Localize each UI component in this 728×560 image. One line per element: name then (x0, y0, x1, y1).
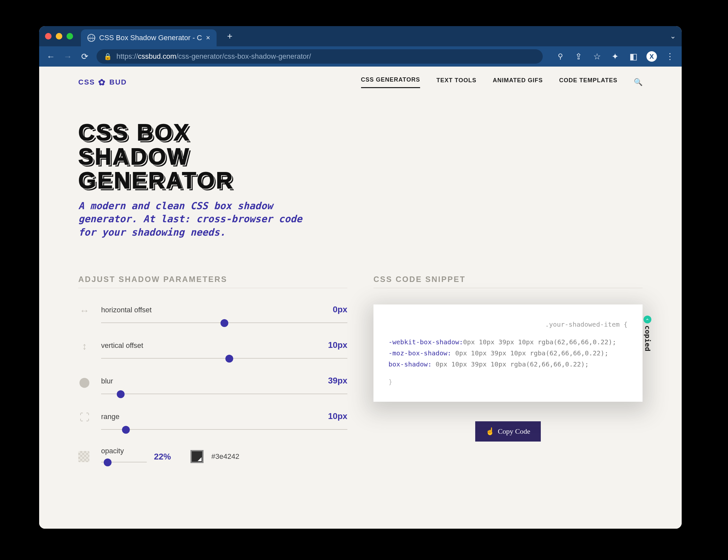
sidepanel-icon[interactable]: ◧ (628, 51, 639, 62)
url-scheme: https:// (116, 52, 138, 60)
param-label: range (101, 412, 119, 421)
globe-icon (87, 34, 95, 42)
profile-avatar[interactable]: X (646, 51, 657, 62)
color-picker[interactable] (191, 450, 204, 463)
url-host: cssbud.com (138, 52, 176, 60)
copied-label: copied (642, 325, 654, 351)
param-label: blur (101, 377, 113, 385)
search-icon[interactable]: 🔍 (634, 78, 643, 86)
param-value: 22% (154, 452, 183, 462)
range-icon: ⛶ (78, 411, 91, 424)
minimize-window-button[interactable] (56, 33, 62, 39)
horizontal-icon: ↔ (78, 304, 91, 317)
code-selector: .your-shadowed-item { (388, 319, 627, 330)
param-value: 0px (333, 304, 348, 315)
site-logo[interactable]: CSS ✿ BUD (78, 77, 127, 87)
vertical-slider[interactable] (101, 355, 348, 363)
nav-code-templates[interactable]: CODE TEMPLATES (559, 77, 617, 88)
close-window-button[interactable] (45, 33, 52, 39)
panels: ADJUST SHADOW PARAMETERS ↔ horizontal of… (39, 249, 682, 486)
browser-toolbar: ← → ⟳ 🔒 https://cssbud.com/css-generator… (39, 46, 682, 67)
horizontal-slider[interactable] (101, 319, 348, 327)
nav-items: CSS GENERATORS TEXT TOOLS ANIMATED GIFS … (361, 76, 643, 88)
page-content[interactable]: CSS ✿ BUD CSS GENERATORS TEXT TOOLS ANIM… (39, 67, 682, 529)
param-value: 10px (328, 340, 348, 350)
code-box: ‹ copied .your-shadowed-item { -webkit-b… (373, 304, 643, 402)
param-vertical: ↕ vertical offset 10px (78, 340, 348, 363)
copied-badge: ‹ copied (642, 316, 654, 351)
toolbar-right: ⚲ ⇪ ☆ ✦ ◧ X ⋮ (555, 51, 675, 62)
param-label: vertical offset (101, 341, 143, 350)
param-label: opacity (101, 447, 124, 455)
logo-text-post: BUD (109, 78, 127, 86)
vertical-icon: ↕ (78, 340, 91, 352)
snippet-panel: CSS CODE SNIPPET ‹ copied .your-shadowed… (373, 275, 643, 466)
zoom-icon[interactable]: ⚲ (555, 51, 565, 62)
new-tab-button[interactable]: + (227, 31, 232, 41)
nav-css-generators[interactable]: CSS GENERATORS (361, 76, 420, 88)
blur-slider[interactable] (101, 390, 348, 398)
address-bar[interactable]: 🔒 https://cssbud.com/css-generator/css-b… (97, 49, 543, 64)
params-panel: ADJUST SHADOW PARAMETERS ↔ horizontal of… (78, 275, 348, 466)
maximize-window-button[interactable] (67, 33, 73, 39)
param-value: 39px (328, 376, 348, 386)
site-nav: CSS ✿ BUD CSS GENERATORS TEXT TOOLS ANIM… (39, 67, 682, 98)
param-blur: ⬤ blur 39px (78, 376, 348, 398)
nav-animated-gifs[interactable]: ANIMATED GIFS (493, 77, 543, 88)
titlebar: CSS Box Shadow Generator - C × + ⌄ (39, 26, 682, 46)
close-tab-button[interactable]: × (206, 34, 210, 42)
code-line: box-shadow: 0px 10px 39px 10px rgba(62,6… (388, 359, 627, 370)
param-value: 10px (328, 411, 348, 421)
copy-button-label: Copy Code (498, 427, 530, 436)
logo-text-pre: CSS (78, 78, 95, 86)
browser-tab[interactable]: CSS Box Shadow Generator - C × (81, 29, 217, 46)
param-horizontal: ↔ horizontal offset 0px (78, 304, 348, 327)
blur-icon: ⬤ (78, 376, 91, 388)
param-label: horizontal offset (101, 306, 152, 314)
code-line: -webkit-box-shadow:0px 10px 39px 10px rg… (388, 336, 627, 348)
opacity-slider[interactable] (101, 459, 147, 466)
forward-button[interactable]: → (63, 51, 73, 62)
flower-icon: ✿ (98, 77, 106, 87)
back-button[interactable]: ← (46, 51, 56, 62)
extensions-icon[interactable]: ✦ (610, 51, 620, 62)
snippet-heading: CSS CODE SNIPPET (373, 275, 643, 288)
range-slider[interactable] (101, 426, 348, 434)
check-icon: ‹ (643, 316, 651, 323)
pointer-icon: ☝ (486, 427, 494, 436)
tabs-menu-button[interactable]: ⌄ (670, 32, 676, 40)
share-icon[interactable]: ⇪ (573, 51, 584, 62)
page-title: CSS BOX SHADOW GENERATOR (78, 121, 307, 193)
page-subtitle: A modern and clean CSS box shadow genera… (78, 199, 307, 239)
url-path: /css-generator/css-box-shadow-generator/ (176, 52, 311, 60)
hero: CSS BOX SHADOW GENERATOR A modern and cl… (39, 98, 346, 249)
param-opacity: opacity 22% #3e4242 (78, 447, 348, 466)
tab-title: CSS Box Shadow Generator - C (99, 34, 202, 42)
code-close: } (388, 376, 627, 387)
reload-button[interactable]: ⟳ (80, 51, 90, 62)
bookmark-icon[interactable]: ☆ (592, 51, 602, 62)
param-range: ⛶ range 10px (78, 411, 348, 434)
nav-text-tools[interactable]: TEXT TOOLS (436, 77, 476, 88)
menu-icon[interactable]: ⋮ (665, 51, 675, 62)
browser-window: CSS Box Shadow Generator - C × + ⌄ ← → ⟳… (39, 26, 682, 529)
code-line: -moz-box-shadow: 0px 10px 39px 10px rgba… (388, 348, 627, 359)
copy-code-button[interactable]: ☝ Copy Code (475, 421, 541, 442)
window-controls (45, 33, 73, 39)
color-hex: #3e4242 (211, 452, 251, 461)
params-heading: ADJUST SHADOW PARAMETERS (78, 275, 348, 288)
lock-icon: 🔒 (104, 53, 112, 60)
opacity-icon (78, 451, 89, 462)
